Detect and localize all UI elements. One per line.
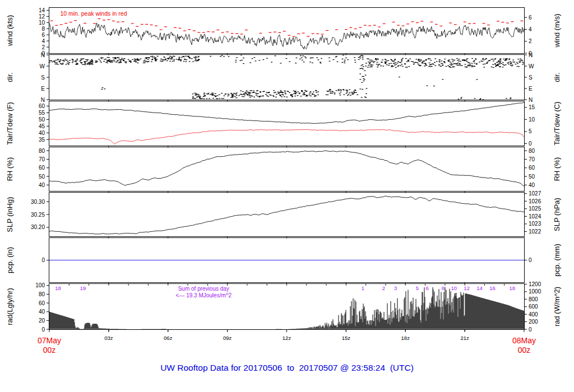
meteogram: 02468101214024610 min. peak winds in red… <box>0 0 574 392</box>
svg-text:3: 3 <box>394 285 397 291</box>
annotation: Sum of previous day <box>178 286 229 292</box>
svg-text:1: 1 <box>362 285 364 291</box>
svg-text:6: 6 <box>529 15 532 21</box>
svg-text:50: 50 <box>529 174 535 180</box>
x-tick-label: 21z <box>460 335 469 341</box>
axis-label-left-rh: RH (%) <box>6 157 14 181</box>
axis-label-left-dir: dir. <box>6 72 14 82</box>
panel-frame-rh <box>49 147 525 192</box>
svg-text:0: 0 <box>529 326 532 333</box>
svg-text:6: 6 <box>425 285 428 291</box>
svg-text:N: N <box>41 97 45 103</box>
svg-text:200: 200 <box>529 319 538 325</box>
panel-rh: 40506070804050607080RH (%)RH (%) <box>6 147 561 193</box>
svg-text:14: 14 <box>39 7 45 13</box>
axis-label-right-slp: SLP (hPa) <box>553 198 561 231</box>
svg-text:19: 19 <box>80 285 86 291</box>
series-rh-pct <box>49 151 524 186</box>
x-tick-label: 09z <box>223 335 232 341</box>
x-tick-label: 15z <box>342 335 351 341</box>
svg-text:E: E <box>41 86 45 92</box>
series-slp-inhg <box>49 196 524 234</box>
svg-text:50: 50 <box>39 116 45 123</box>
svg-text:800: 800 <box>529 296 538 302</box>
svg-text:14: 14 <box>476 285 483 291</box>
axis-ticks-slp: 30.2030.2530.30102210231024102510261027 <box>31 190 541 238</box>
svg-text:100: 100 <box>35 282 45 288</box>
svg-text:55: 55 <box>39 110 45 116</box>
svg-text:E: E <box>529 86 533 92</box>
panel-pcp: 00pcp. (in)pcp. (mm) <box>6 238 561 284</box>
x-date-hour-end: 00z <box>518 346 531 354</box>
x-tick-label: 12z <box>283 335 291 341</box>
axis-ticks-rh: 40506070804050607080 <box>39 148 535 193</box>
svg-text:40: 40 <box>39 309 45 315</box>
svg-text:40: 40 <box>529 182 535 188</box>
svg-text:15: 15 <box>529 104 535 110</box>
svg-text:1000: 1000 <box>529 288 541 295</box>
axis-label-left-tair: Tair/Tdew (F) <box>6 102 14 145</box>
svg-text:12: 12 <box>39 13 45 20</box>
x-date-label-end: 08May <box>512 336 536 345</box>
svg-text:80: 80 <box>529 148 535 154</box>
svg-text:1022: 1022 <box>529 228 541 235</box>
svg-text:1026: 1026 <box>529 198 541 204</box>
panel-frame-tair <box>49 101 525 146</box>
series-wind-avg-kts <box>49 23 524 49</box>
svg-text:30.30: 30.30 <box>31 199 45 205</box>
svg-text:12: 12 <box>464 285 470 291</box>
axis-label-right-rh: RH (%) <box>553 157 561 181</box>
svg-text:10: 10 <box>451 285 457 291</box>
axis-label-right-wind: wind (m/s) <box>553 14 561 48</box>
svg-text:S: S <box>529 74 533 81</box>
svg-text:60: 60 <box>39 103 45 109</box>
svg-text:60: 60 <box>529 165 535 171</box>
svg-text:45: 45 <box>39 123 45 129</box>
svg-text:60: 60 <box>39 165 45 171</box>
series-tdew-f <box>49 129 524 144</box>
series-wind-direction <box>49 55 525 100</box>
svg-text:40: 40 <box>39 130 45 136</box>
axis-label-left-slp: SLP (inHg) <box>6 197 14 232</box>
annotation: <--- 19.3 MJoules/m^2 <box>176 292 232 298</box>
axis-label-right-dir: dir. <box>553 72 561 82</box>
svg-text:0: 0 <box>41 257 45 263</box>
axis-label-right-rad: rad (W/m^2) <box>553 287 561 326</box>
x-tick-label: 03z <box>104 335 113 341</box>
panel-wind: 02468101214024610 min. peak winds in red… <box>6 7 561 57</box>
svg-text:20: 20 <box>39 318 45 324</box>
svg-text:5: 5 <box>529 128 532 134</box>
axis-label-right-pcp: pcp. (mm) <box>553 244 561 277</box>
svg-text:N: N <box>529 97 533 103</box>
svg-text:600: 600 <box>529 304 538 310</box>
axis-ticks-pcp: 00 <box>41 257 532 284</box>
panel-frame-slp <box>49 193 525 237</box>
svg-text:30.20: 30.20 <box>31 224 45 230</box>
svg-text:W: W <box>529 63 534 69</box>
svg-text:80: 80 <box>39 148 45 154</box>
svg-text:5: 5 <box>416 285 419 291</box>
svg-text:10: 10 <box>39 20 45 26</box>
svg-text:35: 35 <box>39 137 45 143</box>
svg-text:10: 10 <box>529 116 535 123</box>
chart-title: UW Rooftop Data for 20170506 to 20170507… <box>0 363 574 373</box>
svg-text:0: 0 <box>41 326 45 333</box>
svg-text:30.25: 30.25 <box>31 212 45 218</box>
svg-text:16: 16 <box>489 285 496 291</box>
svg-text:2: 2 <box>529 38 532 44</box>
svg-text:0: 0 <box>529 257 532 263</box>
svg-text:0: 0 <box>529 141 532 147</box>
svg-text:6: 6 <box>41 32 45 38</box>
panel-tair: 354045505560051015Tair/Tdew (F)Tair/Tdew… <box>6 101 561 148</box>
panel-dir: NWSENNWSENdir.dir. <box>6 52 561 103</box>
svg-text:2: 2 <box>382 285 385 291</box>
x-axis: 03z06z09z12z15z18z21z07May00z08May00z <box>38 329 536 354</box>
meteogram-plot: 02468101214024610 min. peak winds in red… <box>0 0 574 392</box>
svg-text:4: 4 <box>529 26 532 32</box>
svg-text:18: 18 <box>510 285 516 291</box>
axis-label-left-wind: wind (kts) <box>6 15 14 47</box>
svg-text:50: 50 <box>39 174 45 180</box>
svg-text:1023: 1023 <box>529 221 541 227</box>
annotation: 10 min. peak winds in red <box>60 10 127 17</box>
svg-text:1024: 1024 <box>529 213 541 220</box>
